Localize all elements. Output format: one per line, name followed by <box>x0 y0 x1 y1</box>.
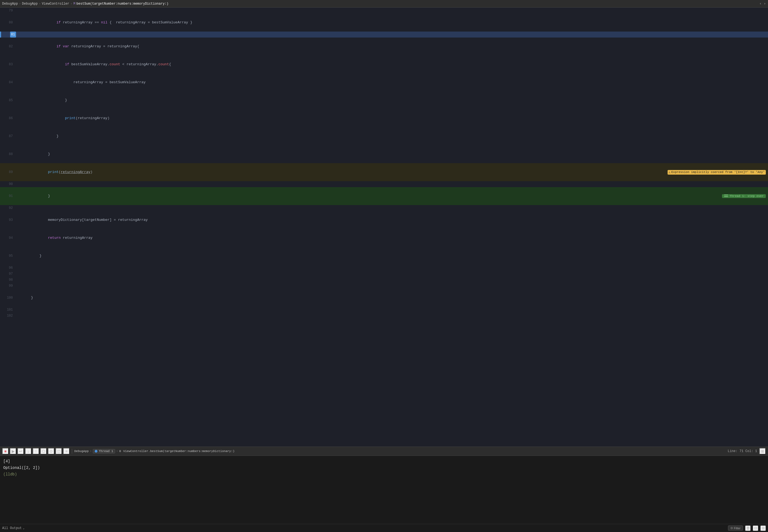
memory-graph-button[interactable]: ⊙ <box>48 448 54 454</box>
debug-app-label[interactable]: DebugApp <box>74 450 89 453</box>
debug-annotation: Thread 1: step over <box>722 187 768 205</box>
thread-sanitizer-icon: ≡ <box>65 449 67 453</box>
code-content[interactable]: } <box>16 289 768 307</box>
table-row: 81 <box>0 32 768 38</box>
breadcrumb-debugapp2[interactable]: DebugApp <box>22 2 38 6</box>
code-content[interactable]: } <box>16 247 768 265</box>
code-content[interactable] <box>16 271 768 277</box>
line-number: 85 <box>5 97 16 103</box>
code-content[interactable] <box>16 307 768 313</box>
step-into-button[interactable]: ↓ <box>25 448 32 454</box>
step-over-button[interactable]: ↩ <box>17 448 24 454</box>
line-number-wrap: 88 <box>1 145 16 163</box>
frame-label[interactable]: 0 <box>119 450 121 453</box>
code-content[interactable]: } <box>16 145 768 163</box>
nav-forward-icon[interactable]: › <box>764 2 766 6</box>
code-content[interactable]: print(returningArray) <box>16 109 768 127</box>
table-row: 79 <box>0 8 768 14</box>
thread-label: Thread 1 <box>99 450 113 453</box>
output-text-2: Optional([2, 2]) <box>3 466 40 470</box>
line-number-wrap: 86 <box>1 109 16 127</box>
line-col-label: Line: 71 Col: 1 <box>728 449 757 453</box>
table-row: 87 } <box>0 127 768 145</box>
line-number-wrap: 82 <box>1 38 16 55</box>
thread-dot-icon <box>95 450 97 453</box>
code-content[interactable] <box>16 181 768 187</box>
svg-rect-0 <box>724 195 728 195</box>
top-nav-bar: DebugApp › DebugApp › ViewController › M… <box>0 0 768 8</box>
table-row: 82 if var returningArray = returningArra… <box>0 38 768 55</box>
list-item: (lldb) <box>3 471 765 478</box>
code-content[interactable] <box>16 277 768 283</box>
line-number: 79 <box>5 8 16 14</box>
breadcrumb: DebugApp › DebugApp › ViewController › M… <box>2 2 168 6</box>
thread-tag[interactable]: Thread 1 <box>93 449 115 453</box>
table-row: 86 print(returningArray) <box>0 109 768 127</box>
line-number: 84 <box>5 79 16 85</box>
breadcrumb-method[interactable]: bestSum(targetNumber:numbers:memoryDicti… <box>76 2 168 6</box>
line-number: 93 <box>5 217 16 223</box>
line-number-wrap: 92 <box>1 205 16 211</box>
line-number-wrap: 83 <box>1 55 16 73</box>
table-row: 101 <box>0 307 768 313</box>
code-content[interactable] <box>16 283 768 289</box>
line-number-wrap: 89 <box>1 163 16 181</box>
code-content[interactable]: if var returningArray = returningArray{ <box>16 38 768 55</box>
code-content[interactable] <box>16 32 768 38</box>
simulate-button[interactable]: ◫ <box>55 448 62 454</box>
nav-icons: ‹ › <box>759 2 766 6</box>
line-number: 95 <box>5 253 16 259</box>
method-label[interactable]: ViewController.bestSum(targetNumber:numb… <box>123 450 234 453</box>
expand-console-button[interactable]: ⊞ <box>760 525 766 531</box>
table-row: 85 } <box>0 91 768 109</box>
code-content[interactable] <box>16 205 768 211</box>
debug-view-button[interactable]: ⬡ <box>40 448 47 454</box>
breadcrumb-viewcontroller[interactable]: ViewController <box>42 2 69 6</box>
continue-button[interactable]: ▶ <box>10 448 16 454</box>
code-content[interactable]: return returningArray <box>16 229 768 247</box>
warning-badge: ⚠ Expression implicitly coerced from '[I… <box>668 170 766 175</box>
simulate-icon: ◫ <box>57 449 61 453</box>
line-number: 102 <box>5 313 16 319</box>
code-content[interactable]: print(returningArray) <box>16 163 668 181</box>
code-content[interactable] <box>16 313 768 319</box>
step-out-button[interactable]: ↑ <box>33 448 39 454</box>
console-output[interactable]: [4] Optional([2, 2]) (lldb) <box>0 456 768 524</box>
filter-icon: ⊙ <box>730 526 733 530</box>
split-view-button[interactable]: ⊞ <box>759 448 766 454</box>
step-over-icon <box>724 194 728 198</box>
trash-icon: 🗑 <box>746 526 750 530</box>
nav-back-icon[interactable]: ‹ <box>759 2 761 6</box>
line-number-wrap: 94 <box>1 229 16 247</box>
breadcrumb-debugapp1[interactable]: DebugApp <box>2 2 18 6</box>
code-content[interactable]: returningArray = bestSumValueArray <box>16 73 768 91</box>
code-content[interactable]: } <box>16 187 722 205</box>
list-item: [4] <box>3 458 765 465</box>
split-console-button[interactable]: ⊟ <box>753 525 758 531</box>
output-dropdown-icon[interactable]: ⌄ <box>23 527 24 530</box>
line-number-wrap: 93 <box>1 211 16 229</box>
line-number-wrap: 79 <box>1 8 16 14</box>
warning-triangle-icon: ⚠ <box>669 170 671 174</box>
code-content[interactable] <box>16 265 768 271</box>
line-number: 87 <box>5 133 16 139</box>
table-row: 96 <box>0 265 768 271</box>
clear-console-button[interactable]: 🗑 <box>745 525 751 531</box>
all-output-label[interactable]: All Output <box>2 526 22 530</box>
thread-sanitizer-button[interactable]: ≡ <box>63 448 70 454</box>
stop-button[interactable]: ■ <box>2 448 9 454</box>
console-footer-right: ⊙ Filter 🗑 ⊟ ⊞ <box>728 525 766 531</box>
code-content[interactable]: } <box>16 127 768 145</box>
line-number: 98 <box>5 277 16 283</box>
split-icon: ⊟ <box>754 526 757 530</box>
code-content <box>16 8 768 14</box>
split-view-icon: ⊞ <box>761 449 764 453</box>
filter-button[interactable]: ⊙ Filter <box>728 525 743 531</box>
code-content[interactable]: if returningArray == nil { returningArra… <box>16 14 768 32</box>
code-content[interactable]: memoryDictionary[targetNumber] = returni… <box>16 211 768 229</box>
table-row: 94 return returningArray <box>0 229 768 247</box>
line-number-wrap: 91 <box>1 187 16 205</box>
line-number-wrap: 90 <box>1 181 16 187</box>
code-content[interactable]: if bestSumValueArray.count < returningAr… <box>16 55 768 73</box>
code-content[interactable]: } <box>16 91 768 109</box>
